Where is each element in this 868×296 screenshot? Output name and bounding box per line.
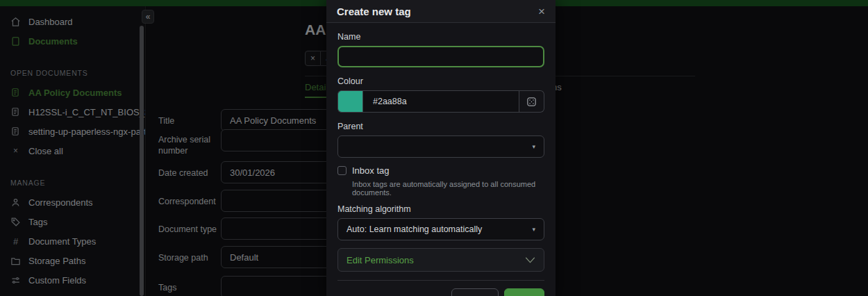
matching-algorithm-select[interactable]: Auto: Learn matching automatically ▾: [337, 218, 544, 240]
matching-algorithm-value: Auto: Learn matching automatically: [347, 224, 482, 234]
tag-name-input[interactable]: [337, 46, 544, 67]
modal-header: Create new tag ×: [326, 0, 556, 23]
colour-swatch: [337, 90, 362, 113]
parent-select[interactable]: ▾: [337, 135, 544, 158]
chevron-down-icon: [525, 256, 535, 264]
inbox-tag-hint: Inbox tags are automatically assigned to…: [352, 180, 544, 197]
edit-permissions-label: Edit Permissions: [347, 255, 414, 265]
colour-label: Colour: [337, 76, 544, 86]
random-colour-button[interactable]: [519, 90, 544, 113]
save-button[interactable]: Save: [504, 288, 544, 296]
colour-value-input[interactable]: #2aa88a: [362, 90, 519, 113]
inbox-tag-checkbox[interactable]: [337, 166, 347, 175]
paperless-app: Dashboard Documents Open documents AA Po…: [0, 0, 868, 296]
name-label: Name: [337, 32, 544, 42]
cancel-button[interactable]: Cancel: [451, 288, 499, 296]
parent-label: Parent: [337, 122, 544, 131]
colour-group: #2aa88a: [337, 90, 544, 113]
modal-title: Create new tag: [337, 6, 411, 17]
chevron-down-icon: ▾: [532, 143, 535, 150]
dice-icon: [526, 97, 537, 107]
inbox-tag-label: Inbox tag: [352, 165, 390, 176]
chevron-down-icon: ▾: [532, 226, 535, 233]
modal-body: Name Colour #2aa88a Parent ▾ Inbox tag: [326, 23, 556, 272]
matching-algorithm-label: Matching algorithm: [337, 204, 544, 214]
modal-footer: Cancel Save: [337, 280, 544, 296]
create-tag-modal: Create new tag × Name Colour #2aa88a Par…: [326, 0, 556, 296]
inbox-tag-row: Inbox tag: [337, 165, 544, 176]
edit-permissions-accordion[interactable]: Edit Permissions: [337, 248, 544, 272]
modal-close-icon[interactable]: ×: [538, 6, 545, 17]
